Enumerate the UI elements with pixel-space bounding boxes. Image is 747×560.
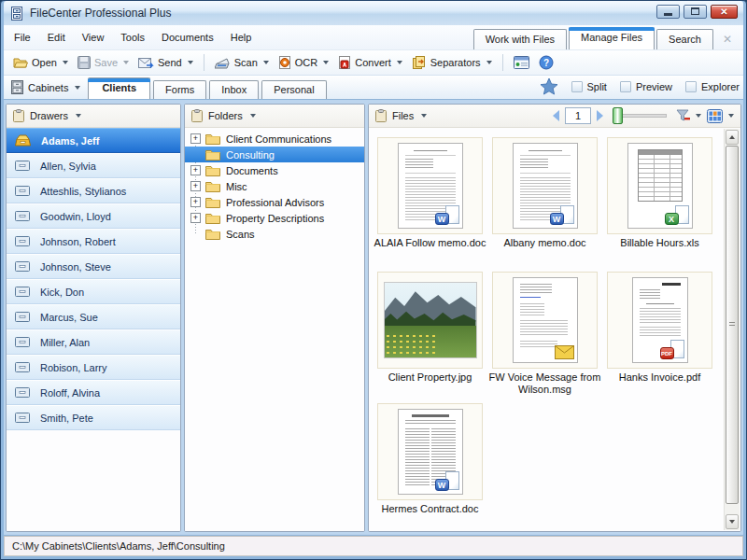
split-toggle[interactable]: Split	[571, 81, 607, 92]
drawer-row[interactable]: Roloff, Alvina	[7, 380, 180, 405]
expand-icon[interactable]: +	[190, 165, 201, 175]
drawers-dropdown-icon[interactable]	[76, 114, 81, 118]
preview-window-button[interactable]	[510, 54, 533, 71]
scroll-up-button[interactable]	[726, 130, 739, 145]
scroll-down-button[interactable]	[726, 514, 739, 529]
file-item[interactable]: W Hermes Contract.doc	[373, 403, 487, 515]
file-item[interactable]: FW Voice Message from Wilson.msg	[487, 272, 602, 396]
minimize-button[interactable]	[656, 5, 680, 19]
expand-icon[interactable]: +	[190, 133, 201, 144]
maximize-button[interactable]	[684, 5, 707, 19]
menu-tools[interactable]: Tools	[114, 30, 151, 45]
expand-icon[interactable]: +	[190, 197, 201, 207]
preview-checkbox[interactable]	[620, 81, 631, 92]
scan-dropdown-icon[interactable]	[263, 61, 269, 64]
help-button[interactable]: ?	[535, 53, 557, 72]
scrollbar-thumb[interactable]	[726, 146, 739, 504]
ocr-button[interactable]: OCR	[275, 54, 332, 71]
preview-toggle[interactable]: Preview	[620, 81, 672, 92]
drawer-row[interactable]: Kick, Don	[7, 279, 180, 304]
menu-documents[interactable]: Documents	[155, 30, 220, 45]
drawer-row[interactable]: Smith, Pete	[7, 405, 180, 430]
convert-button[interactable]: Convert	[334, 54, 406, 71]
file-name[interactable]: Hanks Invoice.pdf	[602, 371, 717, 384]
save-dropdown-icon[interactable]	[123, 61, 129, 64]
thumbnail-size-slider[interactable]	[613, 107, 667, 124]
menu-view[interactable]: View	[76, 30, 111, 45]
menu-help[interactable]: Help	[224, 30, 259, 45]
explorer-checkbox[interactable]	[685, 81, 697, 92]
scan-button[interactable]: Scan	[211, 55, 273, 71]
separators-dropdown-icon[interactable]	[486, 61, 492, 64]
convert-dropdown-icon[interactable]	[397, 61, 402, 64]
file-thumbnail[interactable]: W	[492, 137, 598, 234]
file-name[interactable]: Client Property.jpg	[373, 371, 487, 384]
drawer-row[interactable]: Johnson, Steve	[7, 254, 180, 279]
filter-icon[interactable]	[676, 109, 690, 122]
drawer-row[interactable]: Atteshlis, Stylianos	[7, 178, 180, 203]
drawer-row[interactable]: Robison, Larry	[7, 355, 180, 380]
filter-dropdown-icon[interactable]	[696, 114, 701, 118]
drawer-row-selected[interactable]: Adams, Jeff	[7, 128, 180, 153]
file-name[interactable]: ALAIA Follow memo.doc	[373, 237, 487, 249]
folders-pane-header[interactable]: Folders	[185, 105, 364, 128]
tab-manage-files[interactable]: Manage Files	[569, 27, 655, 49]
folder-row[interactable]: + Professional Advisors	[185, 194, 364, 210]
file-item[interactable]: W Albany memo.doc	[487, 137, 602, 249]
file-item[interactable]: W ALAIA Follow memo.doc	[373, 137, 487, 249]
file-item[interactable]: X Billable Hours.xls	[602, 137, 717, 249]
folder-row[interactable]: + Documents	[185, 162, 364, 178]
files-scrollbar[interactable]	[724, 129, 740, 530]
drawers-pane-header[interactable]: Drawers	[7, 105, 180, 128]
tab-close-icon[interactable]: ✕	[715, 33, 740, 49]
title-bar[interactable]: FileCenter Professional Plus ✕	[4, 1, 743, 25]
expand-icon[interactable]: +	[190, 181, 201, 191]
page-number-input[interactable]: 1	[565, 107, 591, 124]
folder-row[interactable]: + Property Descriptions	[185, 210, 364, 226]
send-dropdown-icon[interactable]	[188, 61, 193, 64]
file-thumbnail[interactable]: PDF	[607, 272, 712, 369]
folder-row[interactable]: + Misc	[185, 178, 364, 194]
favorites-star-icon[interactable]	[540, 77, 558, 95]
explorer-toggle[interactable]: Explorer	[685, 81, 740, 92]
folder-row[interactable]: + Client Communications	[185, 131, 364, 147]
next-page-icon[interactable]	[597, 110, 603, 121]
view-mode-icon[interactable]	[707, 109, 723, 123]
expand-icon[interactable]: +	[190, 213, 201, 223]
save-button[interactable]: Save	[74, 54, 133, 71]
slider-handle[interactable]	[613, 107, 623, 124]
close-button[interactable]: ✕	[711, 5, 738, 19]
file-thumbnail[interactable]	[377, 272, 483, 369]
tab-work-with-files[interactable]: Work with Files	[473, 29, 567, 49]
folder-row[interactable]: Scans	[185, 226, 364, 242]
file-item[interactable]: PDF Hanks Invoice.pdf	[602, 272, 717, 384]
folders-dropdown-icon[interactable]	[250, 114, 256, 118]
split-checkbox[interactable]	[571, 81, 583, 92]
file-item[interactable]: Client Property.jpg	[373, 272, 487, 384]
drawer-row[interactable]: Allen, Sylvia	[7, 153, 180, 178]
file-name[interactable]: Billable Hours.xls	[602, 237, 717, 249]
menu-file[interactable]: File	[7, 30, 37, 45]
open-dropdown-icon[interactable]	[63, 61, 68, 64]
file-thumbnail[interactable]: W	[377, 137, 483, 234]
separators-button[interactable]: Separators	[408, 54, 496, 71]
drawer-row[interactable]: Marcus, Sue	[7, 304, 180, 329]
cabinets-button[interactable]: Cabinets	[7, 77, 88, 99]
file-thumbnail[interactable]	[492, 272, 598, 369]
file-thumbnail[interactable]: X	[607, 137, 712, 234]
tab-search[interactable]: Search	[656, 29, 713, 49]
drawer-row[interactable]: Goodwin, Lloyd	[7, 203, 180, 229]
folder-row-selected[interactable]: Consulting	[185, 147, 364, 162]
file-name[interactable]: FW Voice Message from Wilson.msg	[487, 371, 602, 396]
ocr-dropdown-icon[interactable]	[323, 61, 329, 64]
cabinets-dropdown-icon[interactable]	[75, 86, 80, 90]
drawer-row[interactable]: Johnson, Robert	[7, 229, 180, 254]
view-mode-dropdown-icon[interactable]	[728, 114, 734, 118]
cabinet-tab-clients[interactable]: Clients	[88, 77, 150, 99]
menu-edit[interactable]: Edit	[41, 30, 72, 45]
cabinet-tab-personal[interactable]: Personal	[261, 80, 326, 99]
open-button[interactable]: Open	[9, 54, 72, 71]
files-dropdown-icon[interactable]	[421, 114, 427, 118]
cabinet-tab-forms[interactable]: Forms	[153, 80, 206, 99]
file-name[interactable]: Albany memo.doc	[487, 237, 602, 249]
